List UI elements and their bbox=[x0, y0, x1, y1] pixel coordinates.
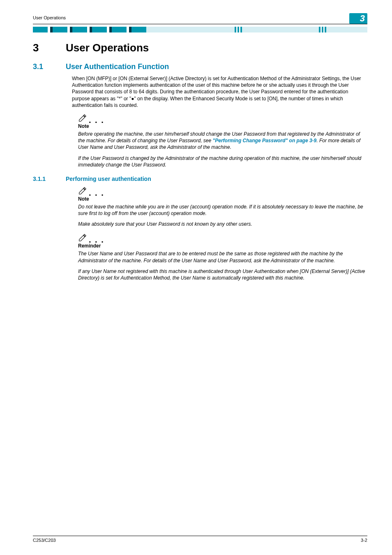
note-body: If the User Password is changed by the A… bbox=[78, 155, 367, 168]
section-heading: 3.1User Authentication Function bbox=[33, 62, 367, 71]
running-head-text: User Operations bbox=[33, 15, 66, 20]
note-body: Make absolutely sure that your User Pass… bbox=[78, 221, 367, 227]
reminder-body: If any User Name not registered with thi… bbox=[78, 268, 367, 281]
note-icon: . . . bbox=[78, 233, 367, 242]
note-block-1: . . . Note Before operating the machine,… bbox=[78, 113, 367, 168]
header-divider bbox=[33, 27, 367, 32]
page-footer: C253/C203 3-2 bbox=[33, 536, 367, 543]
subsection-title: Performing user authentication bbox=[66, 176, 151, 182]
chapter-title: User Operations bbox=[66, 42, 149, 54]
reminder-block: . . . Reminder The User Name and User Pa… bbox=[78, 233, 367, 281]
note-block-2: . . . Note Do not leave the machine whil… bbox=[78, 186, 367, 228]
running-header: User Operations 3 bbox=[33, 12, 367, 24]
subsection-number: 3.1.1 bbox=[33, 176, 66, 182]
reminder-title: Reminder bbox=[78, 243, 367, 249]
reminder-body: The User Name and User Password that are… bbox=[78, 250, 367, 264]
note-icon: . . . bbox=[78, 113, 367, 123]
link-performing-change-password[interactable]: "Performing Change Password" on page 3-9 bbox=[213, 138, 317, 143]
note-title: Note bbox=[78, 123, 367, 129]
chapter-badge: 3 bbox=[349, 13, 367, 24]
note-title: Note bbox=[78, 196, 367, 202]
section-number: 3.1 bbox=[33, 62, 66, 71]
footer-left: C253/C203 bbox=[33, 538, 56, 543]
section-title: User Authentication Function bbox=[66, 62, 169, 71]
chapter-number: 3 bbox=[33, 42, 66, 54]
note-icon: . . . bbox=[78, 186, 367, 195]
section-intro: When [ON (MFP)] or [ON (External Server)… bbox=[72, 75, 367, 109]
note-body: Do not leave the machine while you are i… bbox=[78, 204, 367, 217]
note-body: Before operating the machine, the user h… bbox=[78, 131, 367, 151]
footer-right: 3-2 bbox=[361, 538, 367, 543]
subsection-heading: 3.1.1Performing user authentication bbox=[33, 176, 367, 182]
chapter-heading: 3User Operations bbox=[33, 42, 367, 54]
